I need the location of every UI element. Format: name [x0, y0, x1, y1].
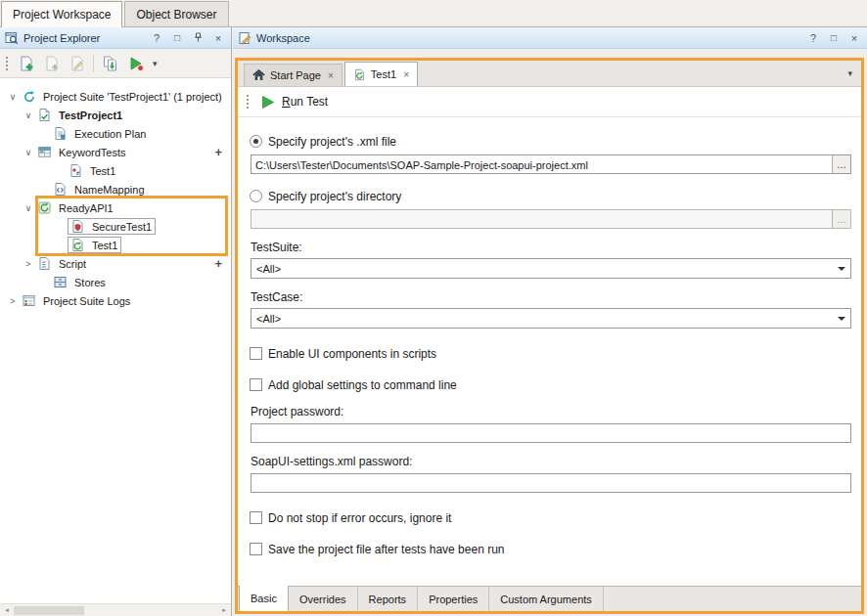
panel-title: Workspace — [256, 32, 800, 44]
radio-label: Specify project's directory — [268, 190, 401, 203]
chevron-down-icon[interactable]: ∨ — [5, 92, 21, 102]
tree-item-keywordtests-test1[interactable]: Test1 — [0, 161, 231, 180]
soapui-password-input[interactable] — [251, 473, 851, 493]
project-xml-path-input[interactable]: C:\Users\Tester\Documents\SOAP-Sample-Pr… — [251, 154, 851, 174]
project-tree: ∨ Project Suite 'TestProject1' (1 projec… — [0, 78, 231, 603]
tab-project-workspace[interactable]: Project Workspace — [1, 1, 122, 27]
edit-item-icon[interactable] — [65, 52, 89, 75]
checkbox-icon[interactable] — [250, 511, 262, 524]
toolbar-separator — [93, 55, 94, 72]
dropdown-value: <All> — [251, 263, 833, 275]
run-test-form: Specify project's .xml file C:\Users\Tes… — [238, 117, 861, 586]
run-test-button[interactable]: Run Test — [282, 95, 328, 109]
tab-reports[interactable]: Reports — [358, 587, 419, 611]
tree-item-securetest1[interactable]: SecureTest1 — [0, 217, 231, 236]
help-icon[interactable]: ? — [805, 30, 821, 46]
tab-object-browser[interactable]: Object Browser — [124, 1, 228, 26]
add-script-button[interactable]: + — [214, 254, 222, 273]
add-keyword-test-button[interactable]: + — [214, 143, 222, 161]
selection-outline: Test1 — [68, 237, 121, 253]
testcase-label: TestCase: — [251, 290, 851, 304]
tab-custom-arguments[interactable]: Custom Arguments — [489, 587, 604, 611]
tab-overrides[interactable]: Overrides — [289, 587, 358, 611]
close-tab-icon[interactable]: × — [328, 70, 334, 81]
name-mapping-icon — [52, 182, 68, 197]
tab-list-dropdown-icon[interactable]: ▾ — [847, 68, 852, 78]
chevron-right-icon[interactable]: > — [5, 296, 21, 306]
maximize-icon[interactable]: □ — [169, 30, 185, 46]
tree-item-script[interactable]: > Script + — [0, 254, 231, 273]
execution-plan-icon — [52, 126, 68, 141]
radio-specify-xml[interactable]: Specify project's .xml file — [250, 133, 851, 150]
workspace-panel-icon — [238, 31, 251, 45]
browse-button[interactable]: … — [832, 155, 850, 173]
checkbox-global-settings[interactable]: Add global settings to command line — [250, 376, 851, 393]
run-test-icon[interactable] — [260, 95, 275, 110]
checkbox-label: Save the project file after tests have b… — [268, 543, 504, 556]
close-tab-icon[interactable]: × — [403, 69, 409, 80]
horizontal-scrollbar[interactable]: ◂ ▸ — [0, 603, 231, 616]
tree-item-project-suite-logs[interactable]: > Project Suite Logs — [0, 291, 231, 310]
scroll-left-icon[interactable]: ◂ — [1, 606, 13, 614]
project-password-label: Project password: — [251, 405, 851, 418]
add-existing-item-icon[interactable] — [98, 52, 122, 75]
readyapi-icon — [36, 200, 53, 215]
scrollbar-thumb[interactable] — [14, 606, 84, 615]
chevron-down-icon[interactable]: ∨ — [21, 110, 36, 120]
project-password-input[interactable] — [251, 423, 851, 443]
tree-item-label: Project Suite Logs — [40, 294, 133, 308]
tab-properties[interactable]: Properties — [418, 587, 489, 611]
chevron-down-icon[interactable]: ∨ — [21, 203, 36, 213]
project-explorer-header: Project Explorer ? □ × — [0, 27, 231, 49]
api-test-icon — [69, 238, 86, 252]
chevron-right-icon[interactable]: > — [21, 259, 36, 269]
checkbox-ui-components[interactable]: Enable UI components in scripts — [250, 345, 851, 362]
toolbar-dropdown-icon[interactable]: ▾ — [149, 59, 161, 68]
add-item-icon[interactable] — [39, 52, 64, 75]
testsuite-label: TestSuite: — [251, 241, 851, 254]
tree-item-namemapping[interactable]: NameMapping — [0, 180, 231, 198]
tab-label: Test1 — [371, 68, 396, 80]
radio-button-icon[interactable] — [250, 135, 262, 148]
tree-item-keywordtests[interactable]: ∨ KeywordTests + — [0, 143, 231, 161]
tab-test1[interactable]: Test1 × — [344, 62, 418, 86]
maximize-icon[interactable]: □ — [826, 30, 842, 46]
chevron-down-icon[interactable]: ∨ — [21, 148, 36, 157]
tree-item-execution-plan[interactable]: Execution Plan — [0, 124, 231, 143]
run-project-icon[interactable] — [123, 52, 148, 75]
radio-button-icon[interactable] — [250, 190, 262, 202]
explorer-toolbar: ▾ — [0, 49, 231, 78]
scroll-right-icon[interactable]: ▸ — [218, 606, 230, 614]
pin-icon[interactable] — [190, 30, 205, 46]
toolbar-grip[interactable] — [5, 56, 9, 71]
tab-basic[interactable]: Basic — [239, 586, 289, 611]
tree-item-readyapi-test1[interactable]: Test1 — [0, 236, 231, 254]
secure-test-icon — [69, 219, 86, 234]
testsuite-dropdown[interactable]: <All> — [251, 258, 851, 279]
close-icon[interactable]: × — [846, 30, 862, 46]
project-icon — [36, 108, 53, 122]
radio-label: Specify project's .xml file — [268, 135, 396, 149]
script-icon — [36, 256, 53, 271]
tree-item-stores[interactable]: Stores — [0, 273, 231, 291]
tree-item-label: NameMapping — [71, 183, 148, 197]
checkbox-save-project[interactable]: Save the project file after tests have b… — [250, 541, 851, 557]
new-project-icon[interactable] — [14, 52, 38, 75]
checkbox-icon[interactable] — [250, 378, 262, 391]
chevron-down-icon[interactable] — [833, 259, 850, 278]
tree-item-testproject1[interactable]: ∨ TestProject1 — [0, 106, 231, 124]
chevron-down-icon[interactable] — [833, 309, 850, 328]
testcase-dropdown[interactable]: <All> — [251, 308, 851, 329]
checkbox-ignore-errors[interactable]: Do not stop if error occurs, ignore it — [250, 509, 851, 526]
tree-item-label: Test1 — [89, 239, 120, 252]
settings-tab-bar: Basic Overrides Reports Properties Custo… — [238, 586, 861, 611]
checkbox-icon[interactable] — [250, 347, 262, 360]
tree-item-project-suite[interactable]: ∨ Project Suite 'TestProject1' (1 projec… — [0, 87, 231, 106]
help-icon[interactable]: ? — [149, 30, 164, 46]
radio-specify-directory[interactable]: Specify project's directory — [250, 188, 851, 204]
tab-start-page[interactable]: Start Page × — [244, 64, 342, 86]
toolbar-grip[interactable] — [246, 94, 250, 110]
checkbox-icon[interactable] — [250, 543, 262, 555]
close-icon[interactable]: × — [210, 30, 226, 46]
tree-item-readyapi1[interactable]: ∨ ReadyAPI1 — [0, 198, 231, 217]
